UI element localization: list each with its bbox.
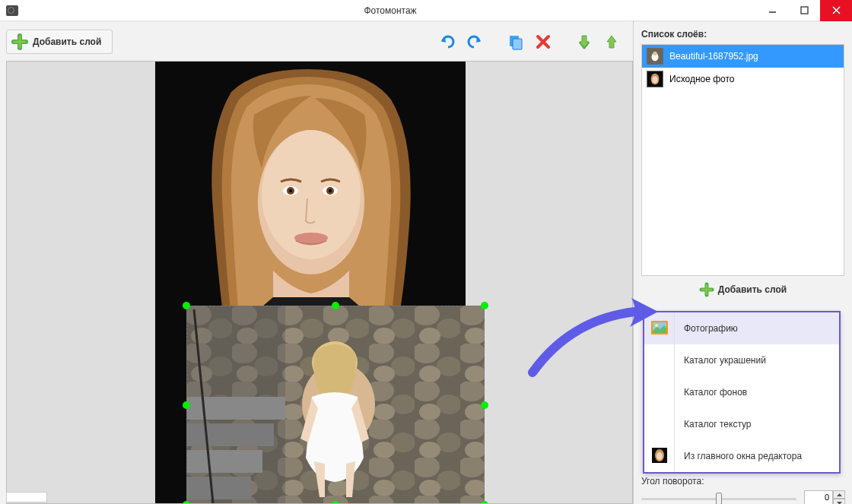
resize-handle[interactable] bbox=[481, 302, 488, 309]
dropdown-item-backgrounds[interactable]: Каталог фонов bbox=[644, 376, 839, 408]
resize-handle[interactable] bbox=[183, 501, 190, 504]
dropdown-item-from-editor[interactable]: Из главного окна редактора bbox=[644, 440, 839, 472]
minimize-button[interactable] bbox=[756, 0, 788, 21]
svg-point-13 bbox=[289, 189, 292, 192]
rotation-value[interactable]: 0 bbox=[804, 490, 833, 504]
toolbar: Добавить слой bbox=[6, 27, 633, 56]
layer-item[interactable]: Beautiful-1687952.jpg bbox=[642, 45, 844, 68]
svg-point-27 bbox=[653, 52, 656, 55]
layer-thumbnail bbox=[647, 71, 663, 87]
spinner-down[interactable] bbox=[833, 499, 845, 504]
dropdown-item-textures[interactable]: Каталог текстур bbox=[644, 408, 839, 440]
app-icon bbox=[6, 5, 18, 16]
svg-point-36 bbox=[656, 452, 663, 460]
layer-label: Исходное фото bbox=[669, 74, 735, 84]
resize-handle[interactable] bbox=[332, 302, 339, 309]
resize-handle[interactable] bbox=[481, 401, 488, 409]
canvas[interactable] bbox=[6, 61, 633, 504]
svg-rect-5 bbox=[513, 39, 522, 49]
delete-button[interactable] bbox=[530, 30, 556, 54]
titlebar: Фотомонтаж bbox=[0, 0, 852, 21]
plus-icon bbox=[699, 282, 714, 297]
add-layer-button[interactable]: Добавить слой bbox=[6, 30, 113, 54]
portrait-icon bbox=[652, 448, 667, 465]
layer-item[interactable]: Исходное фото bbox=[642, 68, 844, 90]
add-layer-label: Добавить слой bbox=[33, 36, 101, 47]
dropdown-label: Каталог украшений bbox=[675, 355, 766, 366]
resize-handle[interactable] bbox=[332, 501, 339, 504]
dropdown-label: Каталог фонов bbox=[675, 387, 747, 398]
svg-point-33 bbox=[655, 324, 658, 327]
undo-button[interactable] bbox=[434, 30, 460, 54]
add-layer-label: Добавить слой bbox=[718, 284, 787, 295]
rotation-slider[interactable] bbox=[641, 498, 796, 500]
svg-point-15 bbox=[294, 233, 328, 243]
resize-handle[interactable] bbox=[481, 501, 488, 504]
svg-point-14 bbox=[329, 189, 332, 192]
layers-heading: Список слоёв: bbox=[641, 29, 844, 40]
move-up-button[interactable] bbox=[599, 30, 625, 54]
dropdown-label: Из главного окна редактора bbox=[675, 451, 802, 461]
layer-label: Beautiful-1687952.jpg bbox=[669, 51, 758, 62]
svg-point-30 bbox=[652, 76, 657, 83]
dropdown-item-photo[interactable]: Фотографию bbox=[644, 312, 839, 344]
layers-panel: Список слоёв: Beautiful-1687952.jpg Исхо… bbox=[633, 21, 852, 504]
close-button[interactable] bbox=[820, 0, 852, 21]
redo-button[interactable] bbox=[462, 30, 488, 54]
image-icon bbox=[651, 321, 668, 337]
spinner-up[interactable] bbox=[833, 490, 845, 499]
slider-thumb[interactable] bbox=[716, 493, 722, 504]
dropdown-label: Каталог текстур bbox=[675, 419, 752, 430]
add-layer-dropdown: Фотографию Каталог украшений Каталог фон… bbox=[643, 311, 841, 474]
dropdown-item-decorations[interactable]: Каталог украшений bbox=[644, 344, 839, 376]
resize-handle[interactable] bbox=[183, 401, 190, 409]
rotation-spinner[interactable]: 0 bbox=[804, 490, 845, 504]
move-down-button[interactable] bbox=[571, 30, 597, 54]
resize-handle[interactable] bbox=[183, 302, 190, 309]
svg-rect-1 bbox=[801, 7, 808, 14]
add-layer-button-panel[interactable]: Добавить слой bbox=[641, 282, 844, 297]
dropdown-label: Фотографию bbox=[675, 323, 738, 334]
rotation-label: Угол поворота: bbox=[641, 476, 704, 487]
status-stub bbox=[6, 492, 47, 502]
maximize-button[interactable] bbox=[788, 0, 820, 21]
copy-button[interactable] bbox=[503, 30, 529, 54]
layer-thumbnail bbox=[647, 48, 663, 65]
layers-list[interactable]: Beautiful-1687952.jpg Исходное фото bbox=[641, 44, 844, 276]
overlay-layer[interactable] bbox=[186, 306, 485, 504]
window-title: Фотомонтаж bbox=[24, 5, 756, 16]
plus-icon bbox=[11, 33, 28, 50]
